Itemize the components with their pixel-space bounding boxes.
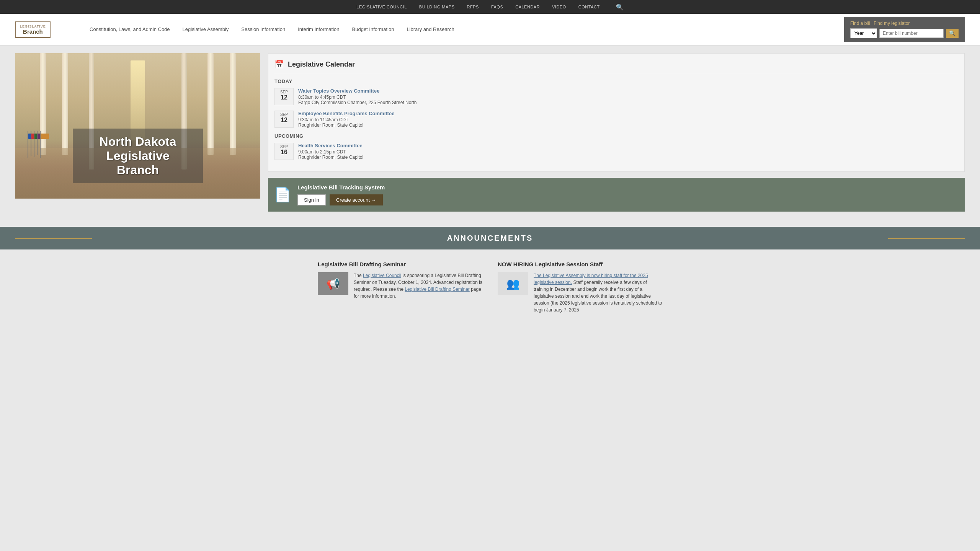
event-details-3: Health Services Committee 9:00am to 2:15…: [298, 143, 958, 160]
people-icon: 👥: [506, 277, 520, 290]
event-title-3[interactable]: Health Services Committee: [298, 143, 958, 148]
nav-interim-info[interactable]: Interim Information: [292, 23, 345, 36]
bill-tracking-info: Legislative Bill Tracking System Sign in…: [297, 184, 959, 205]
announcement-content-2: 👥 The Legislative Assembly is now hiring…: [498, 272, 662, 313]
announcement-title-1: Legislative Bill Drafting Seminar: [318, 261, 482, 267]
calendar-event-water-topics: SEP 12 Water Topics Overview Committee 8…: [274, 88, 958, 105]
announcement-thumb-2: 👥: [498, 272, 528, 295]
calendar-event-health-services: SEP 16 Health Services Committee 9:00am …: [274, 143, 958, 160]
event-month-2: SEP: [277, 112, 291, 117]
event-day-2: 12: [277, 117, 291, 124]
event-location-2: Roughrider Room, State Capitol: [298, 122, 958, 128]
hero-area: North Dakota Legislative Branch 📅 Legisl…: [0, 46, 980, 219]
bill-search-button[interactable]: 🔍: [946, 29, 959, 38]
nav-rfps[interactable]: RFPS: [467, 5, 479, 9]
event-time-2: 9:30am to 11:45am CDT: [298, 117, 958, 122]
event-day-1: 12: [277, 94, 291, 101]
event-details-1: Water Topics Overview Committee 8:30am t…: [298, 88, 958, 105]
legislative-council-link[interactable]: Legislative Council: [363, 273, 401, 278]
event-location-1: Fargo City Commission Chamber, 225 Fourt…: [298, 100, 958, 105]
announcements-section: ANNOUNCEMENTS Legislative Bill Drafting …: [0, 219, 980, 329]
nav-legislative-council[interactable]: LEGISLATIVE COUNCIL: [356, 5, 407, 9]
today-label: TODAY: [274, 78, 958, 84]
event-date-badge-3: SEP 16: [274, 143, 294, 160]
nav-session-info[interactable]: Session Information: [236, 23, 291, 36]
announcement-text-1: The Legislative Council is sponsoring a …: [354, 272, 482, 300]
calendar-event-employee-benefits: SEP 12 Employee Benefits Programs Commit…: [274, 111, 958, 128]
announcement-title-2: NOW HIRING Legislative Session Staff: [498, 261, 662, 267]
event-day-3: 16: [277, 149, 291, 156]
calendar-icon: 📅: [274, 60, 284, 69]
year-select[interactable]: Year 2023 2022 2021 2020: [850, 28, 877, 38]
megaphone-icon: 📢: [327, 277, 340, 290]
find-bill-link[interactable]: Find a bill: [850, 21, 870, 26]
event-location-3: Roughrider Room, State Capitol: [298, 155, 958, 160]
announcement-text-2: The Legislative Assembly is now hiring s…: [534, 272, 662, 313]
logo-brand: Branch: [23, 28, 43, 35]
event-title-2[interactable]: Employee Benefits Programs Committee: [298, 111, 958, 116]
announcement-bill-drafting: Legislative Bill Drafting Seminar 📢 The …: [318, 261, 482, 313]
hero-text-overlay: North Dakota Legislative Branch: [73, 129, 203, 183]
bill-tracking-title: Legislative Bill Tracking System: [297, 184, 959, 191]
event-time-1: 8:30am to 4:45pm CDT: [298, 95, 958, 100]
bill-tracking-box: 📄 Legislative Bill Tracking System Sign …: [268, 178, 965, 212]
find-bill-panel: Find a bill Find my legislator Year 2023…: [844, 17, 965, 42]
announcement-hiring: NOW HIRING Legislative Session Staff 👥 T…: [498, 261, 662, 313]
search-icon[interactable]: 🔍: [616, 3, 624, 11]
announcement-thumb-1: 📢: [318, 272, 348, 295]
event-month-1: SEP: [277, 90, 291, 94]
hero-line1: North Dakota: [83, 135, 192, 149]
create-account-button[interactable]: Create account →: [330, 194, 383, 205]
nav-building-maps[interactable]: BUILDING MAPS: [419, 5, 455, 9]
document-icon: 📄: [274, 187, 291, 203]
signin-button[interactable]: Sign in: [297, 194, 326, 205]
event-date-badge-2: SEP 12: [274, 111, 294, 128]
main-navigation: Constitution, Laws, and Admin Code Legis…: [84, 23, 844, 36]
bill-number-input[interactable]: [879, 29, 944, 38]
event-date-badge-1: SEP 12: [274, 88, 294, 105]
nav-library-research[interactable]: Library and Research: [401, 23, 459, 36]
bill-drafting-seminar-link[interactable]: Legislative Bill Drafting Seminar: [405, 287, 469, 292]
event-details-2: Employee Benefits Programs Committee 9:3…: [298, 111, 958, 128]
hero-line2: Legislative Branch: [83, 149, 192, 177]
top-navigation: LEGISLATIVE COUNCIL BUILDING MAPS RFPS F…: [0, 0, 980, 14]
event-time-3: 9:00am to 2:15pm CDT: [298, 149, 958, 155]
logo-text: Legislative: [20, 24, 46, 28]
upcoming-label: UPCOMING: [274, 133, 958, 139]
nav-calendar[interactable]: CALENDAR: [515, 5, 540, 9]
calendar-box: 📅 Legislative Calendar TODAY SEP 12 Wate…: [268, 53, 965, 172]
logo-box: Legislative Branch: [15, 21, 51, 38]
announcements-header: ANNOUNCEMENTS: [0, 227, 980, 249]
nav-constitution[interactable]: Constitution, Laws, and Admin Code: [84, 23, 175, 36]
logo-area[interactable]: Legislative Branch: [15, 21, 77, 38]
hero-image: North Dakota Legislative Branch: [15, 53, 260, 199]
announcements-grid: Legislative Bill Drafting Seminar 📢 The …: [318, 261, 662, 313]
announcements-title: ANNOUNCEMENTS: [447, 234, 533, 242]
event-month-3: SEP: [277, 145, 291, 149]
calendar-sidebar: 📅 Legislative Calendar TODAY SEP 12 Wate…: [268, 53, 965, 212]
nav-faqs[interactable]: FAQS: [491, 5, 503, 9]
calendar-title: 📅 Legislative Calendar: [274, 60, 958, 73]
find-legislator-link[interactable]: Find my legislator: [874, 21, 910, 26]
announcement-content-1: 📢 The Legislative Council is sponsoring …: [318, 272, 482, 300]
event-title-1[interactable]: Water Topics Overview Committee: [298, 88, 958, 94]
nav-contact[interactable]: CONTACT: [578, 5, 600, 9]
main-header: Legislative Branch Constitution, Laws, a…: [0, 14, 980, 46]
nav-video[interactable]: VIDEO: [552, 5, 566, 9]
nav-budget-info[interactable]: Budget Information: [347, 23, 400, 36]
nav-legislative-assembly[interactable]: Legislative Assembly: [177, 23, 234, 36]
bill-tracking-buttons: Sign in Create account →: [297, 194, 959, 205]
